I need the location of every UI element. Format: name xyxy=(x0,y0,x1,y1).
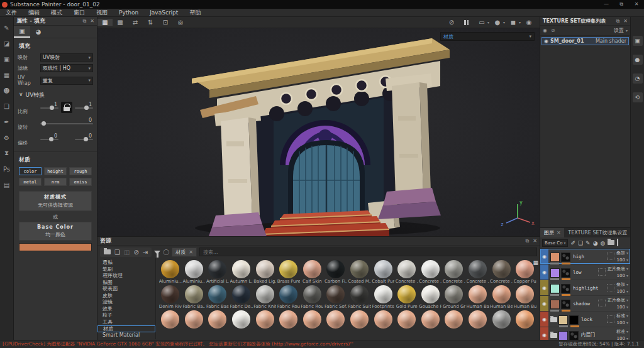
layer-name[interactable]: shadow xyxy=(573,301,590,307)
import-resource-icon[interactable]: ⇥ xyxy=(143,249,148,256)
layer-name[interactable]: highlight xyxy=(573,285,599,291)
material-tile[interactable]: Cobalt Pure xyxy=(371,259,395,285)
close-panel-icon[interactable]: ✕ xyxy=(90,18,94,24)
tool-button[interactable]: ▣ xyxy=(1,53,13,65)
asset-category[interactable]: 滤镜 xyxy=(97,299,155,306)
smart-material-wand-icon[interactable]: ✐ xyxy=(570,240,575,246)
material-tile[interactable]: Autumn L... xyxy=(230,259,253,285)
layer-anchor-slot[interactable] xyxy=(598,268,606,276)
channel-filter-dropdown[interactable]: Base Co ▾ xyxy=(542,239,568,247)
hide-all-eye-icon[interactable]: ⊘ xyxy=(551,28,555,33)
layer-name[interactable]: low xyxy=(573,269,582,275)
layer-color-thumbnail[interactable] xyxy=(550,300,560,309)
material-tile[interactable] xyxy=(277,310,301,329)
eye-icon[interactable]: ◉ xyxy=(542,269,547,275)
material-tile[interactable] xyxy=(371,310,395,329)
eye-icon[interactable]: ◉ xyxy=(542,332,547,338)
asset-category[interactable]: 材质 xyxy=(97,325,155,332)
add-smart-material-icon[interactable]: ◍ xyxy=(601,240,606,246)
texture-set-row[interactable]: ◉ SM_door_01 Main shader xyxy=(541,37,629,45)
layer-color-thumbnail[interactable] xyxy=(550,268,560,278)
blend-mode-dropdown[interactable]: 叠加▾ xyxy=(616,281,628,288)
layer-name[interactable]: lock xyxy=(581,317,592,322)
asset-category[interactable]: 贴图 xyxy=(97,280,155,286)
layer-color-thumbnail[interactable] xyxy=(550,284,560,293)
opacity-dropdown[interactable]: 100▾ xyxy=(617,258,628,263)
material-tile[interactable]: Artificial L... xyxy=(206,259,230,285)
uv-transform-header[interactable]: ∨ UV转换 xyxy=(14,87,97,101)
material-tile[interactable]: Fabric Rou... xyxy=(277,285,301,310)
layer-mask-thumbnail[interactable] xyxy=(561,284,570,293)
scale-value-2[interactable]: 1 xyxy=(89,102,92,107)
material-sphere-icon[interactable]: ● xyxy=(491,19,504,26)
material-tile[interactable]: Fabric Knit... xyxy=(253,285,277,310)
material-tile[interactable]: Baked Lig... xyxy=(253,259,277,285)
asset-category[interactable]: 皮肤 xyxy=(97,293,155,300)
add-paint-layer-icon[interactable]: ✎ xyxy=(586,240,591,246)
chevron-down-icon[interactable]: ▾ xyxy=(487,20,489,24)
pause-engine-button[interactable] xyxy=(460,20,474,25)
shader-settings-icon[interactable]: ● xyxy=(633,55,643,65)
camera-icon[interactable]: ◼ xyxy=(506,19,520,26)
layer-mask-thumbnail[interactable] xyxy=(569,315,579,325)
symmetry-x-icon[interactable]: ⇄ xyxy=(128,19,143,26)
float-panel-icon[interactable]: ⧉ xyxy=(526,238,530,244)
tool-button[interactable]: ▤ xyxy=(1,179,13,190)
layer-anchor-slot[interactable] xyxy=(607,284,614,291)
material-tile[interactable] xyxy=(324,310,348,329)
material-tile[interactable]: Calf Skin xyxy=(301,259,325,285)
menu-item[interactable]: 窗口 xyxy=(68,9,91,17)
frame-icon[interactable]: ⊡ xyxy=(158,19,173,26)
offset-slider-1[interactable] xyxy=(40,139,58,140)
minimize-button[interactable]: — xyxy=(599,1,614,8)
history-icon[interactable]: ⟲ xyxy=(633,92,643,102)
new-resource-icon[interactable]: ❏ xyxy=(114,249,120,256)
tab-fill-properties[interactable]: ▣ xyxy=(14,26,30,38)
blend-mode-dropdown[interactable]: 正片叠底▾ xyxy=(608,297,628,303)
asset-category[interactable]: 透贴 xyxy=(97,259,155,266)
layer-anchor-slot[interactable] xyxy=(607,315,614,323)
grid-view-toggle-icon[interactable]: ▦ xyxy=(533,259,538,266)
search-input[interactable] xyxy=(199,247,537,256)
layer-row-low[interactable]: ◉ low 正片叠底▾ 100▾ xyxy=(540,264,630,280)
eye-icon[interactable]: ◉ xyxy=(544,38,548,44)
material-tile[interactable]: Fabric Rou... xyxy=(301,285,325,310)
screenshot-icon[interactable]: ◉ xyxy=(522,19,536,26)
channel-rough-button[interactable]: rough xyxy=(69,167,92,175)
material-tile[interactable] xyxy=(206,310,230,329)
menu-item[interactable]: 文件 xyxy=(0,9,23,17)
tool-button[interactable]: ⧗ xyxy=(1,148,13,159)
channel-color-button[interactable]: color xyxy=(19,167,42,175)
tool-button[interactable]: ✒ xyxy=(1,116,13,128)
material-tile[interactable] xyxy=(348,310,372,329)
material-tile[interactable]: Coated M... xyxy=(348,259,372,285)
tool-button[interactable]: ✎ xyxy=(1,22,13,33)
asset-category[interactable]: 工具 xyxy=(97,319,155,326)
material-tile[interactable]: Footprints xyxy=(371,285,395,310)
tab-texture-set-settings[interactable]: TEXTURE SET纹理集设置 xyxy=(564,228,630,237)
close-button[interactable]: ✕ xyxy=(629,1,644,8)
material-tile[interactable]: Aluminiu... xyxy=(182,259,206,285)
opacity-dropdown[interactable]: 100▾ xyxy=(617,305,628,310)
channel-height-button[interactable]: height xyxy=(44,167,67,175)
menu-item[interactable]: 视图 xyxy=(91,9,113,17)
filtering-select[interactable]: 双线性 | HQ ▾ xyxy=(40,64,93,72)
show-all-eye-icon[interactable]: ◉ xyxy=(543,28,547,33)
material-tile[interactable]: Carbon Fi... xyxy=(324,259,348,285)
layer-row-lock[interactable]: ◉ lock 标准▾ 100▾ xyxy=(540,312,630,327)
material-tile[interactable]: Human Bu... xyxy=(513,285,537,310)
material-tile[interactable]: Human Ba... xyxy=(466,285,490,310)
texture-set-settings-dropdown[interactable]: 设置 ▾ xyxy=(614,27,628,34)
blend-mode-dropdown[interactable]: 叠加▾ xyxy=(616,250,628,256)
layer-color-thumbnail[interactable] xyxy=(550,253,560,262)
eye-icon[interactable]: ◉ xyxy=(542,301,547,307)
asset-category[interactable]: 笔刷 xyxy=(97,266,155,273)
material-tile[interactable] xyxy=(395,310,419,329)
tool-button[interactable]: ☻ xyxy=(1,85,13,96)
tool-button[interactable]: Ps xyxy=(1,163,13,175)
tool-button[interactable]: ⚙ xyxy=(1,132,13,143)
offset-value-1[interactable]: 0 xyxy=(54,133,57,139)
eye-icon[interactable]: ◉ xyxy=(542,285,547,291)
material-tile[interactable]: Aluminiu... xyxy=(158,259,182,285)
close-panel-icon[interactable]: ✕ xyxy=(623,18,628,24)
